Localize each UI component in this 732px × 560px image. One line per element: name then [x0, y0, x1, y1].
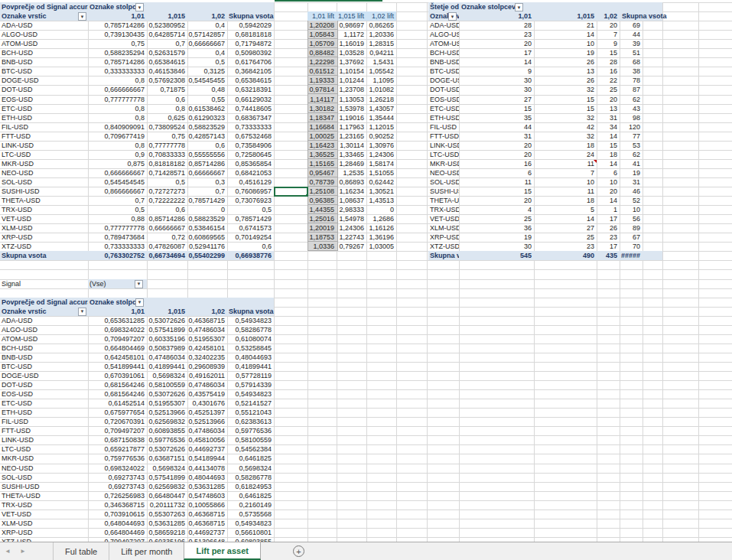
count-cell[interactable]: 42 [534, 122, 597, 132]
value-cell[interactable]: 0,759776536 [88, 454, 147, 463]
value-cell[interactable]: 0,666666667 [88, 85, 147, 94]
row-label[interactable]: VET-USD [0, 214, 88, 223]
count-cell[interactable]: 23 [459, 30, 534, 39]
count-cell[interactable]: 31 [597, 113, 620, 122]
row-label[interactable]: LINK-USD [428, 141, 459, 150]
lift-value-cell[interactable]: 1,37692 [337, 57, 366, 67]
value-cell[interactable]: 0,2160149 [227, 500, 274, 510]
value-cell[interactable]: 0,66129032 [227, 95, 274, 104]
lift-value-cell[interactable]: 1,33465 [337, 150, 366, 159]
value-cell[interactable]: 0,5 [147, 177, 187, 187]
count-cell[interactable]: 11 [534, 187, 597, 196]
value-cell[interactable]: 0,8 [147, 104, 187, 113]
value-cell[interactable]: 0,85365854 [227, 159, 274, 168]
value-cell[interactable]: 0,48044693 [187, 473, 227, 482]
row-label[interactable]: XLM-USD [0, 223, 88, 233]
value-cell[interactable]: 0,588235294 [88, 48, 147, 57]
lift-value-cell[interactable]: 0,86893 [337, 177, 366, 187]
lift-value-cell[interactable]: 2,98333 [337, 205, 366, 214]
value-cell[interactable]: 0,55555556 [187, 150, 227, 159]
count-cell[interactable]: 20 [459, 141, 534, 150]
lift-value-cell[interactable]: 0,98697 [337, 21, 366, 30]
row-label[interactable]: VET-USD [428, 214, 459, 223]
value-cell[interactable]: 0,57541899 [147, 473, 187, 482]
value-cell[interactable]: 0,5942029 [227, 21, 274, 30]
count-cell[interactable]: 78 [620, 76, 643, 85]
value-cell[interactable]: 0,61824953 [227, 482, 274, 491]
count-cell[interactable]: 1 [597, 205, 620, 214]
lift-value-cell[interactable]: 1,18347 [307, 113, 337, 122]
row-label[interactable]: ADA-USD [0, 316, 88, 325]
value-cell[interactable]: 0,666666667 [88, 168, 147, 177]
column-header[interactable]: 1,02 [187, 11, 227, 21]
value-cell[interactable]: 0,653631285 [88, 316, 147, 325]
count-cell[interactable]: 19 [459, 233, 534, 242]
value-cell[interactable]: 0,72727273 [147, 187, 187, 196]
count-cell[interactable]: 17 [597, 242, 620, 251]
value-cell[interactable]: 0,54934823 [227, 519, 274, 528]
lift-value-cell[interactable]: 1,18753 [307, 233, 337, 242]
row-label[interactable]: NEO-USD [0, 168, 88, 177]
count-cell[interactable]: 16 [597, 67, 620, 76]
count-cell[interactable]: 15 [459, 104, 534, 113]
value-cell[interactable]: 0,5735568 [227, 510, 274, 519]
column-header[interactable]: 1,01 [88, 11, 147, 21]
value-cell[interactable]: 0,49162011 [187, 371, 227, 380]
lift-value-cell[interactable]: 1,58174 [366, 159, 396, 168]
row-label[interactable]: DOT-USD [0, 380, 88, 389]
value-cell[interactable]: 0,58823529 [187, 122, 227, 132]
value-cell[interactable]: 0,55121043 [227, 408, 274, 417]
count-cell[interactable]: 13 [534, 67, 597, 76]
lift-value-cell[interactable]: 1,2535 [337, 168, 366, 177]
value-cell[interactable]: 0,68367347 [227, 113, 274, 122]
row-labels-dropdown-icon[interactable]: ▼ [78, 308, 86, 316]
value-cell[interactable]: 0,709677419 [88, 132, 147, 141]
row-label[interactable]: SUSHI-USD [428, 187, 459, 196]
lift-column-header[interactable]: 1,01 lift [307, 11, 337, 21]
value-cell[interactable]: 0,664804469 [88, 343, 147, 353]
value-cell[interactable]: 0,726256983 [88, 491, 147, 500]
column-header[interactable]: Skupna vsota [620, 11, 643, 21]
count-cell[interactable]: 32 [534, 85, 597, 94]
value-cell[interactable]: 0,785714286 [88, 57, 147, 67]
value-cell[interactable]: 0,4 [187, 48, 227, 57]
value-cell[interactable]: 0,5698324 [227, 464, 274, 473]
row-label[interactable]: TRX-USD [0, 500, 88, 510]
count-cell[interactable]: 20 [459, 196, 534, 205]
grand-total-value[interactable]: 0,66938776 [227, 251, 274, 260]
count-cell[interactable]: 11 [534, 159, 597, 168]
value-cell[interactable]: 0,53258845 [227, 343, 274, 353]
row-label[interactable]: ETC-USD [0, 399, 88, 408]
grand-total-value[interactable]: 0,55402299 [187, 251, 227, 260]
value-cell[interactable]: 0,66480447 [147, 491, 187, 500]
value-cell[interactable]: 0,56610801 [227, 528, 274, 537]
row-label[interactable]: LINK-USD [0, 141, 88, 150]
column-header[interactable]: 1,015 [147, 307, 187, 316]
lift-value-cell[interactable]: 1,22298 [307, 57, 337, 67]
value-cell[interactable]: 0,709497207 [88, 334, 147, 343]
count-cell[interactable]: 35 [459, 113, 534, 122]
count-cell[interactable]: 23 [597, 233, 620, 242]
value-cell[interactable]: 0,51955307 [187, 334, 227, 343]
row-label[interactable]: FTT-USD [0, 132, 88, 141]
count-cell[interactable]: 17 [459, 48, 534, 57]
column-header[interactable]: 1,015 [534, 11, 597, 21]
value-cell[interactable]: 0,55 [187, 95, 227, 104]
row-label[interactable]: DOT-USD [0, 85, 88, 94]
count-cell[interactable]: 20 [597, 21, 620, 30]
value-cell[interactable]: 0,7 [88, 196, 147, 205]
count-cell[interactable]: 68 [620, 57, 643, 67]
row-label[interactable]: ADA-USD [0, 21, 88, 30]
row-label[interactable]: ETH-USD [0, 113, 88, 122]
count-cell[interactable]: 32 [534, 132, 597, 141]
value-cell[interactable]: 0,698324022 [88, 325, 147, 334]
row-label[interactable]: EOS-USD [428, 95, 459, 104]
lift-value-cell[interactable]: 1,24306 [366, 150, 396, 159]
value-cell[interactable]: 0,8 [88, 141, 147, 150]
value-cell[interactable]: 0,62569832 [147, 482, 187, 491]
sheet-tab-ful-table[interactable]: Ful table [53, 542, 109, 560]
value-cell[interactable]: 0,78571429 [187, 196, 227, 205]
lift-value-cell[interactable]: 0 [366, 205, 396, 214]
row-labels-header[interactable]: Oznake vrstic [0, 307, 88, 316]
lift-value-cell[interactable]: 1,1095 [366, 76, 396, 85]
